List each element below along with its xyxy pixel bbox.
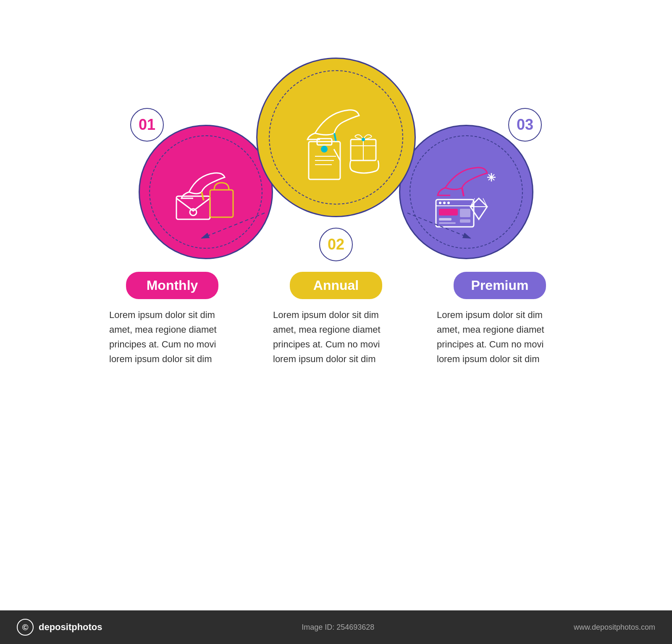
- monthly-plan-item: 01: [139, 125, 273, 259]
- monthly-circle: [139, 125, 273, 259]
- monthly-dashed-circle: [149, 135, 262, 249]
- footer-website: www.depositphotos.com: [574, 623, 655, 632]
- footer-logo: © depositphotos: [17, 619, 102, 636]
- annual-number: 02: [328, 236, 344, 253]
- premium-number-badge: 03: [508, 108, 542, 142]
- annual-circle: [256, 58, 416, 217]
- footer-logo-text: depositphotos: [39, 622, 102, 633]
- annual-label-text: Annual: [313, 278, 359, 293]
- annual-plan-item: 02: [256, 58, 416, 257]
- footer-image-id-label: Image ID:: [302, 623, 334, 631]
- annual-description: Lorem ipsum dolor sit dim amet, mea regi…: [273, 308, 399, 367]
- monthly-label-pill: Monthly: [126, 272, 218, 299]
- premium-circle: [399, 125, 533, 259]
- depositphotos-icon: ©: [17, 619, 34, 636]
- monthly-number: 01: [139, 116, 155, 134]
- circles-row: 01: [84, 58, 588, 259]
- infographic-area: 01: [84, 32, 588, 578]
- premium-number: 03: [517, 116, 533, 134]
- labels-row: Monthly Lorem ipsum dolor sit dim amet, …: [105, 272, 567, 367]
- footer-website-text: www.depositphotos.com: [574, 623, 655, 632]
- footer-image-id-value: 254693628: [336, 623, 374, 631]
- monthly-label-group: Monthly Lorem ipsum dolor sit dim amet, …: [105, 272, 239, 367]
- premium-dashed-circle: [410, 135, 523, 249]
- annual-number-badge: 02: [319, 228, 353, 261]
- monthly-description: Lorem ipsum dolor sit dim amet, mea regi…: [109, 308, 235, 367]
- annual-dashed-circle: [269, 70, 403, 205]
- premium-plan-item: 03: [399, 125, 533, 259]
- premium-label-group: Premium Lorem ipsum dolor sit dim amet, …: [433, 272, 567, 367]
- main-container: 01: [0, 0, 672, 610]
- monthly-number-badge: 01: [130, 108, 164, 142]
- premium-description: Lorem ipsum dolor sit dim amet, mea regi…: [437, 308, 563, 367]
- annual-label-group: Annual Lorem ipsum dolor sit dim amet, m…: [269, 272, 403, 367]
- annual-label-pill: Annual: [290, 272, 382, 299]
- footer-bar: © depositphotos Image ID: 254693628 www.…: [0, 610, 672, 644]
- premium-label-text: Premium: [471, 278, 529, 293]
- footer-image-id: Image ID: 254693628: [302, 623, 374, 632]
- monthly-label-text: Monthly: [147, 278, 198, 293]
- premium-label-pill: Premium: [454, 272, 546, 299]
